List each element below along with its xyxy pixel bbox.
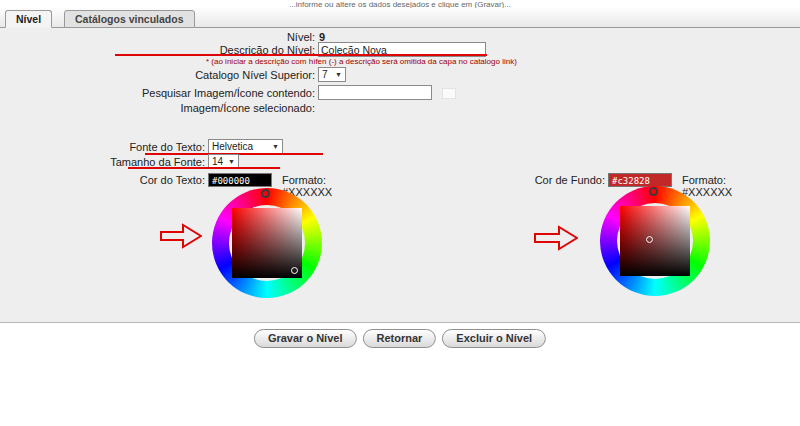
sv-selector[interactable]	[291, 267, 298, 274]
pesquisar-imagem-label: Pesquisar Imagem/Ícone contendo:	[0, 87, 315, 99]
annotation-underline-descricao	[115, 54, 487, 56]
cor-fundo-label: Cor de Fundo:	[500, 174, 605, 186]
retornar-button[interactable]: Retornar	[362, 329, 436, 348]
fonte-texto-select[interactable]: Helvetica ▼	[208, 139, 283, 154]
catalogo-superior-label: Catalogo Nível Superior:	[0, 69, 315, 81]
image-placeholder-box	[442, 88, 456, 99]
action-button-row: Gravar o Nível Retornar Excluir o Nível	[254, 329, 546, 348]
cor-texto-label: Cor do Texto:	[0, 174, 205, 186]
fonte-texto-value: Helvetica	[212, 141, 253, 152]
gravar-nivel-button[interactable]: Gravar o Nível	[254, 329, 357, 348]
excluir-nivel-button[interactable]: Excluir o Nível	[442, 329, 546, 348]
chevron-down-icon: ▼	[228, 158, 235, 165]
chevron-down-icon: ▼	[272, 143, 279, 150]
page: ...informe ou altere os dados desejados …	[0, 0, 800, 426]
color-wheel-fundo[interactable]	[600, 186, 710, 296]
cor-fundo-swatch[interactable]: #c32828	[608, 173, 672, 187]
fonte-texto-label: Fonte do Texto:	[0, 141, 205, 153]
saturation-square[interactable]	[232, 208, 302, 278]
saturation-square[interactable]	[620, 206, 690, 276]
catalogo-superior-select[interactable]: 7 ▼	[318, 67, 346, 82]
pesquisar-imagem-input[interactable]	[318, 85, 432, 100]
sv-selector[interactable]	[646, 236, 653, 243]
nivel-label: Nível:	[0, 31, 315, 43]
imagem-selecionado-label: Imagem/Ícone selecionado:	[0, 102, 315, 114]
red-arrow-icon	[160, 222, 202, 250]
chevron-down-icon: ▼	[335, 71, 342, 78]
catalogo-superior-value: 7	[322, 69, 328, 80]
red-arrow-icon	[534, 224, 578, 252]
tab-strip: Nível Catálogos vinculados	[0, 8, 800, 28]
annotation-underline-tamanho	[128, 167, 280, 169]
form-panel: Nível: 9 Descrição do Nível: * (ao inici…	[0, 28, 800, 323]
tab-catalogos-vinculados[interactable]: Catálogos vinculados	[64, 10, 195, 28]
descricao-note: * (ao iniciar a descrição com hífen (-) …	[206, 57, 517, 66]
hue-selector[interactable]	[649, 187, 658, 196]
color-wheel-texto[interactable]	[212, 188, 322, 298]
tamanho-fonte-value: 14	[212, 156, 223, 167]
hue-selector[interactable]	[261, 189, 270, 198]
cor-texto-swatch[interactable]: #000000	[208, 173, 272, 187]
tab-nivel[interactable]: Nível	[5, 10, 52, 28]
